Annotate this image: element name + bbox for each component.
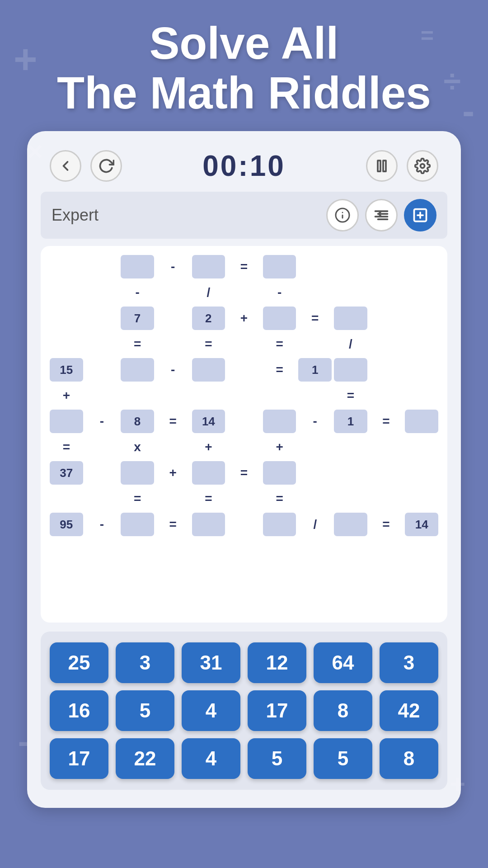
cell-2-8[interactable] [334,307,367,330]
cell-7-4: + [192,435,225,459]
cell-8-6[interactable] [263,461,296,485]
cell-1-3 [156,281,190,304]
cell-5-3 [156,384,190,407]
cell-7-0: = [50,435,83,459]
cell-0-6[interactable] [263,255,296,278]
cell-7-9 [370,435,403,459]
cell-7-10 [405,435,438,459]
numpad-btn-0-0[interactable]: 25 [50,642,108,683]
cell-3-8: / [334,332,367,356]
numpad-btn-1-5[interactable]: 42 [380,690,438,731]
cell-5-7 [298,384,332,407]
numpad-btn-2-2[interactable]: 4 [182,738,240,779]
cell-0-4[interactable] [192,255,225,278]
cell-9-8 [334,487,367,510]
cell-8-4[interactable] [192,461,225,485]
cell-0-9 [370,255,403,278]
cell-9-10 [405,487,438,510]
back-button[interactable] [50,150,81,182]
cell-1-10 [405,281,438,304]
cell-5-8: = [334,384,367,407]
cell-0-1 [85,255,119,278]
main-card: 00:10 Expert [27,131,461,808]
cell-0-10 [405,255,438,278]
numpad-btn-2-0[interactable]: 17 [50,738,108,779]
cell-3-0 [50,332,83,356]
cell-6-3: = [156,410,190,433]
cell-10-9: = [370,513,403,536]
cell-9-7 [298,487,332,510]
numpad-btn-2-5[interactable]: 8 [380,738,438,779]
cell-7-2: x [121,435,154,459]
cell-4-8[interactable] [334,358,367,382]
cell-6-1: - [85,410,119,433]
cell-3-3 [156,332,190,356]
pause-button[interactable] [366,150,398,182]
cell-7-6: + [263,435,296,459]
cell-2-1 [85,307,119,330]
cell-2-6[interactable] [263,307,296,330]
cell-0-5: = [227,255,261,278]
cell-8-2[interactable] [121,461,154,485]
cell-4-2[interactable] [121,358,154,382]
cell-8-3: + [156,461,190,485]
top-bar: 00:10 [41,145,447,192]
cell-4-5 [227,358,261,382]
cell-10-4[interactable] [192,513,225,536]
cell-6-8: 1 [334,410,367,433]
title-area: Solve All The Math Riddles [0,0,488,131]
cell-5-2 [121,384,154,407]
sort-button[interactable] [365,199,398,231]
cell-9-0 [50,487,83,510]
cell-10-5 [227,513,261,536]
settings-button[interactable] [407,150,438,182]
cell-4-4[interactable] [192,358,225,382]
cell-10-8[interactable] [334,513,367,536]
refresh-button[interactable] [90,150,122,182]
cell-10-10: 14 [405,513,438,536]
cell-9-4: = [192,487,225,510]
cell-4-1 [85,358,119,382]
hint-button[interactable] [326,199,359,231]
numpad-btn-1-3[interactable]: 17 [248,690,306,731]
cell-4-3: - [156,358,190,382]
timer-display: 00:10 [202,149,286,183]
pencil-mode-button[interactable] [404,199,436,231]
cell-7-8 [334,435,367,459]
cell-1-9 [370,281,403,304]
numpad-btn-0-4[interactable]: 64 [314,642,372,683]
cell-0-2[interactable] [121,255,154,278]
cell-8-7 [298,461,332,485]
numpad-btn-1-0[interactable]: 16 [50,690,108,731]
cell-10-6[interactable] [263,513,296,536]
cell-1-7 [298,281,332,304]
cell-4-9 [370,358,403,382]
numpad-btn-0-1[interactable]: 3 [116,642,174,683]
cell-8-1 [85,461,119,485]
cell-2-0 [50,307,83,330]
numpad-btn-2-4[interactable]: 5 [314,738,372,779]
cell-3-6: = [263,332,296,356]
cell-3-5 [227,332,261,356]
cell-9-1 [85,487,119,510]
numpad-btn-2-1[interactable]: 22 [116,738,174,779]
numpad-btn-1-1[interactable]: 5 [116,690,174,731]
cell-6-0[interactable] [50,410,83,433]
numpad-btn-0-3[interactable]: 12 [248,642,306,683]
cell-2-9 [370,307,403,330]
numpad-btn-2-3[interactable]: 5 [248,738,306,779]
cell-6-6[interactable] [263,410,296,433]
numpad-btn-1-4[interactable]: 8 [314,690,372,731]
numpad-btn-0-5[interactable]: 3 [380,642,438,683]
numpad-btn-1-2[interactable]: 4 [182,690,240,731]
puzzle-area: -=-/-72+====/15-=1+=-8=14-1==x++37+====9… [41,246,447,623]
cell-6-10[interactable] [405,410,438,433]
cell-5-4 [192,384,225,407]
cell-10-0: 95 [50,513,83,536]
cell-7-5 [227,435,261,459]
cell-10-7: / [298,513,332,536]
cell-2-7: = [298,307,332,330]
numpad-btn-0-2[interactable]: 31 [182,642,240,683]
level-label: Expert [52,206,99,225]
cell-10-2[interactable] [121,513,154,536]
